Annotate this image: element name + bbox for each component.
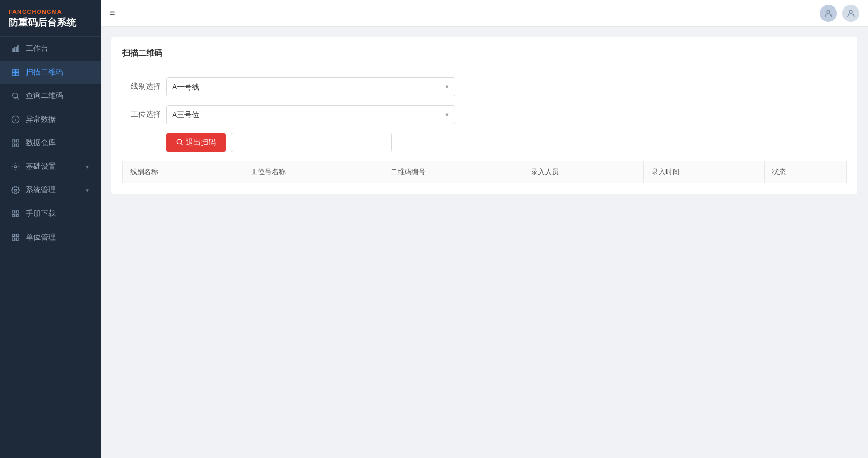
svg-rect-25 bbox=[16, 238, 19, 241]
table-column-header: 二维码编号 bbox=[383, 161, 523, 183]
sidebar-item-scan-qr[interactable]: 扫描二维码 bbox=[0, 61, 101, 84]
search-icon bbox=[11, 91, 20, 101]
svg-point-26 bbox=[827, 10, 830, 13]
svg-rect-23 bbox=[16, 234, 19, 237]
table-column-header: 状态 bbox=[765, 161, 847, 183]
sidebar-item-database[interactable]: 数据仓库 bbox=[0, 131, 101, 155]
svg-rect-20 bbox=[12, 214, 15, 217]
sidebar-item-sys-manage[interactable]: 系统管理▼ bbox=[0, 178, 101, 202]
avatar-icon-1[interactable] bbox=[820, 5, 837, 22]
action-row: 退出扫码 bbox=[122, 133, 847, 152]
grid-icon bbox=[11, 67, 20, 77]
chevron-down-icon: ▼ bbox=[85, 187, 90, 193]
sidebar-item-anomaly[interactable]: 异常数据 bbox=[0, 108, 101, 131]
chevron-down-icon: ▼ bbox=[85, 164, 90, 170]
svg-rect-24 bbox=[12, 238, 15, 241]
grid-small-icon bbox=[11, 209, 20, 219]
svg-rect-19 bbox=[16, 211, 19, 213]
sidebar-item-label-query-qr: 查询二维码 bbox=[26, 91, 90, 101]
gear-icon bbox=[11, 185, 20, 195]
line-select[interactable]: A一号线A二号线B一号线 bbox=[166, 77, 455, 96]
topbar-left: ≡ bbox=[109, 7, 115, 19]
exit-scan-label: 退出扫码 bbox=[186, 138, 216, 147]
brand-main: 防重码后台系统 bbox=[9, 16, 92, 29]
svg-point-16 bbox=[14, 166, 17, 168]
svg-rect-21 bbox=[16, 214, 19, 217]
sidebar-nav: 工作台扫描二维码查询二维码异常数据数据仓库基础设置▼系统管理▼手册下载单位管理 bbox=[0, 37, 101, 249]
table-column-header: 录入时间 bbox=[643, 161, 764, 183]
workstation-select-wrapper: A三号位A一号位A二号位 bbox=[166, 105, 455, 124]
content-area: 扫描二维码 线别选择 A一号线A二号线B一号线 工位选择 A三号位A一号位A二号… bbox=[101, 27, 868, 458]
menu-toggle-button[interactable]: ≡ bbox=[109, 7, 115, 19]
svg-rect-1 bbox=[15, 47, 17, 52]
svg-point-28 bbox=[177, 139, 181, 144]
sidebar-item-unit-manage[interactable]: 单位管理 bbox=[0, 226, 101, 249]
page-card: 扫描二维码 线别选择 A一号线A二号线B一号线 工位选择 A三号位A一号位A二号… bbox=[111, 37, 857, 194]
svg-rect-14 bbox=[12, 144, 15, 146]
svg-point-17 bbox=[14, 189, 17, 191]
info-icon bbox=[11, 115, 20, 124]
sidebar-item-manual[interactable]: 手册下载 bbox=[0, 202, 101, 226]
sidebar-item-label-manual: 手册下载 bbox=[26, 209, 90, 219]
topbar-right bbox=[820, 5, 859, 22]
sidebar-item-basic-settings[interactable]: 基础设置▼ bbox=[0, 155, 101, 178]
table-column-header: 线别名称 bbox=[123, 161, 243, 183]
main-area: ≡ 扫描二维码 线别选择 A一号线A二号线B一号线 bbox=[101, 0, 868, 458]
svg-rect-2 bbox=[17, 46, 19, 52]
sidebar-item-label-basic-settings: 基础设置 bbox=[26, 162, 85, 171]
line-label: 线别选择 bbox=[122, 82, 161, 92]
line-select-row: 线别选择 A一号线A二号线B一号线 bbox=[122, 77, 847, 96]
brand-top: FANGCHONGMA bbox=[9, 9, 92, 15]
table-header-row: 线别名称工位号名称二维码编号录入人员录入时间状态 bbox=[123, 161, 847, 183]
search-icon bbox=[176, 138, 183, 147]
svg-rect-12 bbox=[12, 140, 15, 142]
svg-rect-4 bbox=[16, 69, 19, 72]
grid-small-icon bbox=[11, 138, 20, 148]
page-title: 扫描二维码 bbox=[122, 48, 847, 66]
svg-rect-0 bbox=[12, 49, 14, 52]
sidebar-item-label-sys-manage: 系统管理 bbox=[26, 185, 85, 195]
workstation-label: 工位选择 bbox=[122, 110, 161, 119]
workstation-select[interactable]: A三号位A一号位A二号位 bbox=[166, 105, 455, 124]
svg-line-8 bbox=[17, 97, 19, 100]
svg-point-7 bbox=[13, 93, 18, 98]
exit-scan-button[interactable]: 退出扫码 bbox=[166, 133, 226, 152]
topbar: ≡ bbox=[101, 0, 868, 27]
svg-rect-5 bbox=[12, 73, 15, 76]
settings-gear-icon bbox=[11, 162, 20, 171]
sidebar-logo: FANGCHONGMA 防重码后台系统 bbox=[0, 0, 101, 37]
data-table: 线别名称工位号名称二维码编号录入人员录入时间状态 bbox=[122, 161, 847, 183]
sidebar-item-dashboard[interactable]: 工作台 bbox=[0, 37, 101, 61]
svg-point-27 bbox=[849, 10, 852, 13]
svg-rect-15 bbox=[16, 144, 19, 146]
scan-input[interactable] bbox=[231, 133, 392, 152]
sidebar-item-query-qr[interactable]: 查询二维码 bbox=[0, 84, 101, 108]
bar-chart-icon bbox=[11, 44, 20, 54]
svg-rect-13 bbox=[16, 140, 19, 142]
svg-line-29 bbox=[181, 143, 183, 145]
sidebar-item-label-dashboard: 工作台 bbox=[26, 44, 90, 54]
svg-rect-6 bbox=[16, 73, 19, 76]
grid-small-icon bbox=[11, 232, 20, 242]
svg-rect-18 bbox=[12, 211, 15, 213]
line-select-wrapper: A一号线A二号线B一号线 bbox=[166, 77, 455, 96]
workstation-select-row: 工位选择 A三号位A一号位A二号位 bbox=[122, 105, 847, 124]
sidebar-item-label-unit-manage: 单位管理 bbox=[26, 232, 90, 242]
sidebar: FANGCHONGMA 防重码后台系统 工作台扫描二维码查询二维码异常数据数据仓… bbox=[0, 0, 101, 458]
svg-rect-22 bbox=[12, 234, 15, 237]
avatar-icon-2[interactable] bbox=[842, 5, 859, 22]
table-column-header: 工位号名称 bbox=[243, 161, 383, 183]
sidebar-item-label-scan-qr: 扫描二维码 bbox=[26, 67, 90, 77]
sidebar-item-label-anomaly: 异常数据 bbox=[26, 115, 90, 124]
table-column-header: 录入人员 bbox=[523, 161, 643, 183]
sidebar-item-label-database: 数据仓库 bbox=[26, 138, 90, 148]
svg-rect-3 bbox=[12, 69, 15, 72]
